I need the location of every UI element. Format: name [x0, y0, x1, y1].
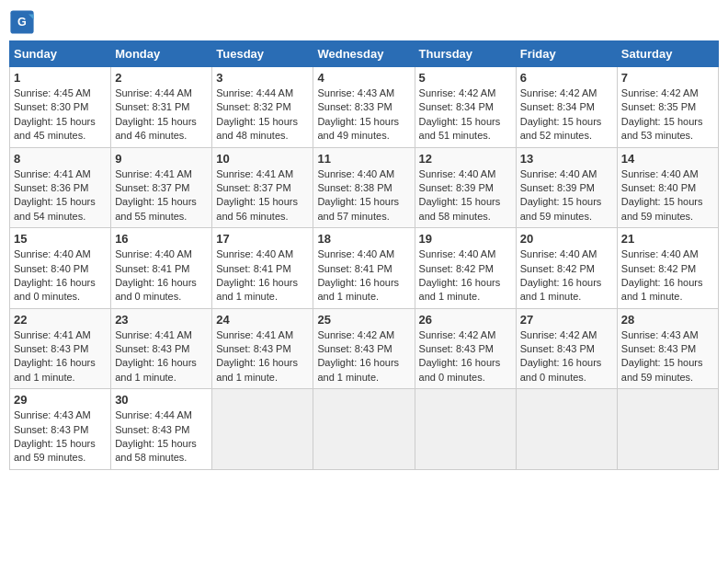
calendar-cell: 6 Sunrise: 4:42 AMSunset: 8:34 PMDayligh… [516, 67, 617, 148]
calendar-cell: 13 Sunrise: 4:40 AMSunset: 8:39 PMDaylig… [516, 147, 617, 228]
day-number: 19 [419, 232, 512, 246]
day-detail: Sunrise: 4:40 AMSunset: 8:39 PMDaylight:… [419, 167, 512, 224]
day-detail: Sunrise: 4:44 AMSunset: 8:31 PMDaylight:… [115, 86, 208, 144]
day-number: 12 [419, 152, 512, 166]
calendar-cell: 9 Sunrise: 4:41 AMSunset: 8:37 PMDayligh… [111, 147, 212, 228]
day-detail: Sunrise: 4:44 AMSunset: 8:32 PMDaylight:… [216, 86, 309, 144]
day-detail: Sunrise: 4:42 AMSunset: 8:35 PMDaylight:… [621, 86, 714, 144]
day-detail: Sunrise: 4:42 AMSunset: 8:34 PMDaylight:… [520, 86, 613, 144]
calendar-cell: 26 Sunrise: 4:42 AMSunset: 8:43 PMDaylig… [415, 308, 516, 389]
day-detail: Sunrise: 4:43 AMSunset: 8:33 PMDaylight:… [317, 86, 410, 144]
calendar-cell [516, 389, 617, 470]
calendar-cell: 2 Sunrise: 4:44 AMSunset: 8:31 PMDayligh… [111, 67, 212, 148]
day-number: 13 [520, 152, 613, 166]
day-detail: Sunrise: 4:41 AMSunset: 8:43 PMDaylight:… [14, 328, 107, 385]
day-number: 20 [520, 232, 613, 246]
day-number: 21 [621, 232, 714, 246]
calendar-cell: 10 Sunrise: 4:41 AMSunset: 8:37 PMDaylig… [212, 147, 313, 228]
calendar-cell: 20 Sunrise: 4:40 AMSunset: 8:42 PMDaylig… [516, 228, 617, 309]
day-number: 30 [115, 393, 208, 407]
day-number: 23 [115, 313, 208, 327]
calendar-cell: 4 Sunrise: 4:43 AMSunset: 8:33 PMDayligh… [313, 67, 415, 148]
day-number: 15 [14, 232, 107, 246]
calendar-cell: 18 Sunrise: 4:40 AMSunset: 8:41 PMDaylig… [313, 228, 415, 309]
day-number: 5 [419, 71, 512, 85]
logo: G [9, 9, 39, 35]
day-number: 27 [520, 313, 613, 327]
day-number: 6 [520, 71, 613, 85]
calendar-week-1: 1 Sunrise: 4:45 AMSunset: 8:30 PMDayligh… [10, 67, 719, 148]
day-number: 18 [317, 232, 410, 246]
calendar-cell [415, 389, 516, 470]
day-detail: Sunrise: 4:40 AMSunset: 8:38 PMDaylight:… [317, 167, 410, 224]
day-detail: Sunrise: 4:41 AMSunset: 8:43 PMDaylight:… [216, 328, 309, 385]
calendar-cell: 19 Sunrise: 4:40 AMSunset: 8:42 PMDaylig… [415, 228, 516, 309]
day-number: 1 [14, 71, 107, 85]
day-detail: Sunrise: 4:43 AMSunset: 8:43 PMDaylight:… [621, 328, 714, 385]
calendar-cell: 5 Sunrise: 4:42 AMSunset: 8:34 PMDayligh… [415, 67, 516, 148]
calendar-week-3: 15 Sunrise: 4:40 AMSunset: 8:40 PMDaylig… [10, 228, 719, 309]
day-number: 8 [14, 152, 107, 166]
day-detail: Sunrise: 4:42 AMSunset: 8:43 PMDaylight:… [419, 328, 512, 385]
calendar-cell: 7 Sunrise: 4:42 AMSunset: 8:35 PMDayligh… [617, 67, 718, 148]
calendar-cell: 29 Sunrise: 4:43 AMSunset: 8:43 PMDaylig… [10, 389, 111, 470]
calendar-cell: 15 Sunrise: 4:40 AMSunset: 8:40 PMDaylig… [10, 228, 111, 309]
day-detail: Sunrise: 4:44 AMSunset: 8:43 PMDaylight:… [115, 408, 208, 465]
day-number: 11 [317, 152, 410, 166]
day-number: 9 [115, 152, 208, 166]
header-tuesday: Tuesday [212, 41, 313, 67]
calendar-cell: 3 Sunrise: 4:44 AMSunset: 8:32 PMDayligh… [212, 67, 313, 148]
calendar-cell: 11 Sunrise: 4:40 AMSunset: 8:38 PMDaylig… [313, 147, 415, 228]
day-detail: Sunrise: 4:41 AMSunset: 8:43 PMDaylight:… [115, 328, 208, 385]
day-detail: Sunrise: 4:42 AMSunset: 8:34 PMDaylight:… [419, 86, 512, 144]
day-number: 10 [216, 152, 309, 166]
calendar-cell: 25 Sunrise: 4:42 AMSunset: 8:43 PMDaylig… [313, 308, 415, 389]
calendar-cell [617, 389, 718, 470]
day-detail: Sunrise: 4:40 AMSunset: 8:42 PMDaylight:… [621, 247, 714, 304]
calendar-week-5: 29 Sunrise: 4:43 AMSunset: 8:43 PMDaylig… [10, 389, 719, 470]
header-wednesday: Wednesday [313, 41, 415, 67]
day-detail: Sunrise: 4:41 AMSunset: 8:37 PMDaylight:… [216, 167, 309, 224]
day-number: 4 [317, 71, 410, 85]
day-number: 7 [621, 71, 714, 85]
calendar-table: SundayMondayTuesdayWednesdayThursdayFrid… [9, 40, 719, 470]
day-number: 25 [317, 313, 410, 327]
day-number: 17 [216, 232, 309, 246]
calendar-cell: 8 Sunrise: 4:41 AMSunset: 8:36 PMDayligh… [10, 147, 111, 228]
calendar-cell: 22 Sunrise: 4:41 AMSunset: 8:43 PMDaylig… [10, 308, 111, 389]
day-detail: Sunrise: 4:41 AMSunset: 8:37 PMDaylight:… [115, 167, 208, 224]
header-friday: Friday [516, 41, 617, 67]
calendar-cell: 16 Sunrise: 4:40 AMSunset: 8:41 PMDaylig… [111, 228, 212, 309]
day-number: 14 [621, 152, 714, 166]
calendar-header-row: SundayMondayTuesdayWednesdayThursdayFrid… [10, 41, 719, 67]
day-number: 29 [14, 393, 107, 407]
day-detail: Sunrise: 4:40 AMSunset: 8:40 PMDaylight:… [14, 247, 107, 304]
day-number: 28 [621, 313, 714, 327]
day-detail: Sunrise: 4:40 AMSunset: 8:42 PMDaylight:… [520, 247, 613, 304]
day-detail: Sunrise: 4:40 AMSunset: 8:40 PMDaylight:… [621, 167, 714, 224]
calendar-cell: 23 Sunrise: 4:41 AMSunset: 8:43 PMDaylig… [111, 308, 212, 389]
calendar-cell: 17 Sunrise: 4:40 AMSunset: 8:41 PMDaylig… [212, 228, 313, 309]
day-number: 24 [216, 313, 309, 327]
svg-text:G: G [17, 16, 27, 29]
calendar-cell: 24 Sunrise: 4:41 AMSunset: 8:43 PMDaylig… [212, 308, 313, 389]
calendar-cell: 28 Sunrise: 4:43 AMSunset: 8:43 PMDaylig… [617, 308, 718, 389]
day-number: 16 [115, 232, 208, 246]
calendar-cell: 14 Sunrise: 4:40 AMSunset: 8:40 PMDaylig… [617, 147, 718, 228]
day-detail: Sunrise: 4:42 AMSunset: 8:43 PMDaylight:… [520, 328, 613, 385]
day-detail: Sunrise: 4:40 AMSunset: 8:41 PMDaylight:… [317, 247, 410, 304]
day-detail: Sunrise: 4:42 AMSunset: 8:43 PMDaylight:… [317, 328, 410, 385]
header-thursday: Thursday [415, 41, 516, 67]
calendar-week-2: 8 Sunrise: 4:41 AMSunset: 8:36 PMDayligh… [10, 147, 719, 228]
calendar-cell: 12 Sunrise: 4:40 AMSunset: 8:39 PMDaylig… [415, 147, 516, 228]
calendar-cell: 30 Sunrise: 4:44 AMSunset: 8:43 PMDaylig… [111, 389, 212, 470]
day-number: 2 [115, 71, 208, 85]
calendar-cell: 27 Sunrise: 4:42 AMSunset: 8:43 PMDaylig… [516, 308, 617, 389]
day-number: 22 [14, 313, 107, 327]
calendar-cell [313, 389, 415, 470]
day-number: 3 [216, 71, 309, 85]
logo-icon: G [9, 9, 35, 35]
calendar-cell: 21 Sunrise: 4:40 AMSunset: 8:42 PMDaylig… [617, 228, 718, 309]
calendar-cell [212, 389, 313, 470]
day-detail: Sunrise: 4:40 AMSunset: 8:41 PMDaylight:… [216, 247, 309, 304]
